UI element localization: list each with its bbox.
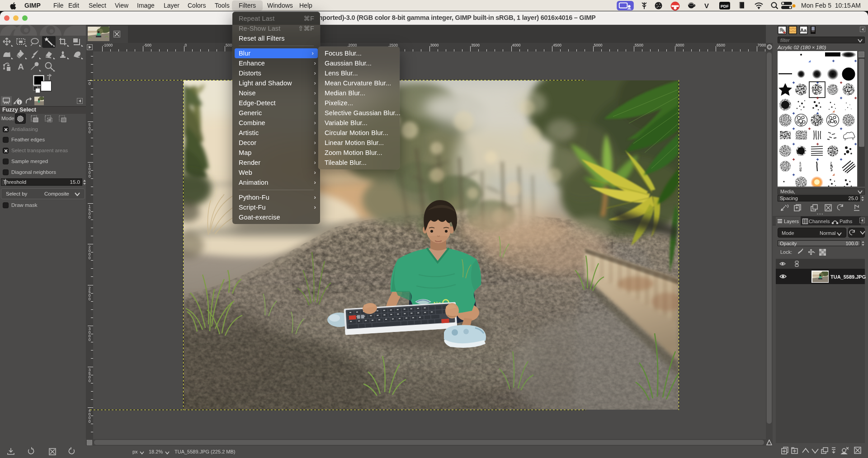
svg-text:Paths: Paths bbox=[840, 219, 853, 224]
svg-text:A: A bbox=[18, 62, 24, 71]
svg-text:i: i bbox=[19, 100, 20, 105]
svg-text:Layers: Layers bbox=[784, 219, 799, 224]
svg-text:PDF: PDF bbox=[721, 4, 729, 9]
svg-text:Aa: Aa bbox=[800, 28, 807, 33]
svg-text:Channels: Channels bbox=[809, 219, 830, 224]
